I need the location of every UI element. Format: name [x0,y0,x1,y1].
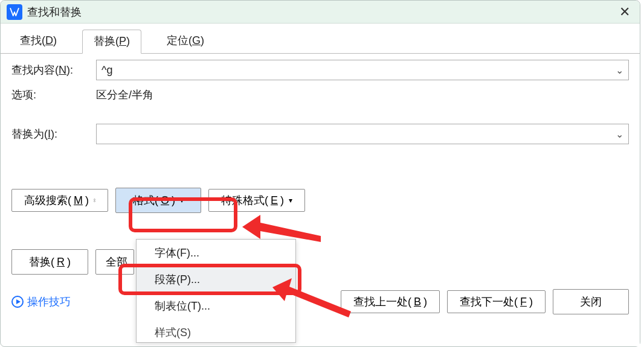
advanced-search-button[interactable]: 高级搜索(M)⦂ [11,189,108,212]
find-row: 查找内容(N): ^g ⌄ [11,60,629,80]
tab-find[interactable]: 查找(D) [9,30,68,53]
titlebar: 查找和替换 ✕ [1,1,640,24]
find-prev-button[interactable]: 查找上一处(B) [341,290,440,313]
format-button[interactable]: 格式(O)▾ [115,188,201,213]
bottom-mask [301,327,640,346]
tips-text: 操作技巧 [27,294,71,309]
replace-label: 替换为(I): [11,127,96,141]
caret-down-icon: ▾ [180,196,184,205]
dialog-title: 查找和替换 [27,5,616,19]
footer-row: 操作技巧 查找上一处(B) 查找下一处(F) 关闭 [1,289,640,314]
content-area: 查找内容(N): ^g ⌄ 选项: 区分全/半角 替换为(I): ⌄ 高级搜 [1,54,640,219]
find-label: 查找内容(N): [11,63,96,77]
close-icon[interactable]: ✕ [616,4,634,20]
replace-buttons-row: 替换(R) 全部 [1,249,640,275]
chevron-down-icon[interactable]: ⌄ [616,65,623,76]
menu-item-paragraph[interactable]: 段落(P)... [137,266,295,293]
format-dropdown-menu: 字体(F)... 段落(P)... 制表位(T)... 样式(S) [136,239,296,343]
find-input[interactable]: ^g ⌄ [96,60,629,80]
tips-link[interactable]: 操作技巧 [11,294,71,309]
find-value: ^g [101,64,112,77]
options-value: 区分全/半角 [96,88,153,102]
find-replace-dialog: 查找和替换 ✕ 查找(D) 替换(P) 定位(G) 查找内容(N): ^g ⌄ … [0,0,640,347]
expand-icon: ⦂ [94,196,95,205]
caret-down-icon: ▾ [289,196,292,205]
close-button[interactable]: 关闭 [553,289,629,314]
special-format-button[interactable]: 特殊格式(E)▾ [208,189,305,212]
tab-bar: 查找(D) 替换(P) 定位(G) [1,24,640,54]
app-icon [7,4,22,20]
tab-goto[interactable]: 定位(G) [156,30,215,53]
replace-all-button[interactable]: 全部 [95,249,134,275]
menu-item-style[interactable]: 样式(S) [137,319,295,342]
replace-input[interactable]: ⌄ [96,124,629,144]
play-icon [11,296,24,308]
replace-row: 替换为(I): ⌄ [11,124,629,144]
menu-item-font[interactable]: 字体(F)... [137,240,295,266]
find-next-button[interactable]: 查找下一处(F) [447,290,546,313]
tab-replace[interactable]: 替换(P) [82,30,141,54]
options-label: 选项: [11,88,96,102]
menu-item-tabs[interactable]: 制表位(T)... [137,293,295,319]
chevron-down-icon[interactable]: ⌄ [616,129,623,140]
replace-button[interactable]: 替换(R) [11,249,88,275]
options-row: 选项: 区分全/半角 [11,88,629,102]
